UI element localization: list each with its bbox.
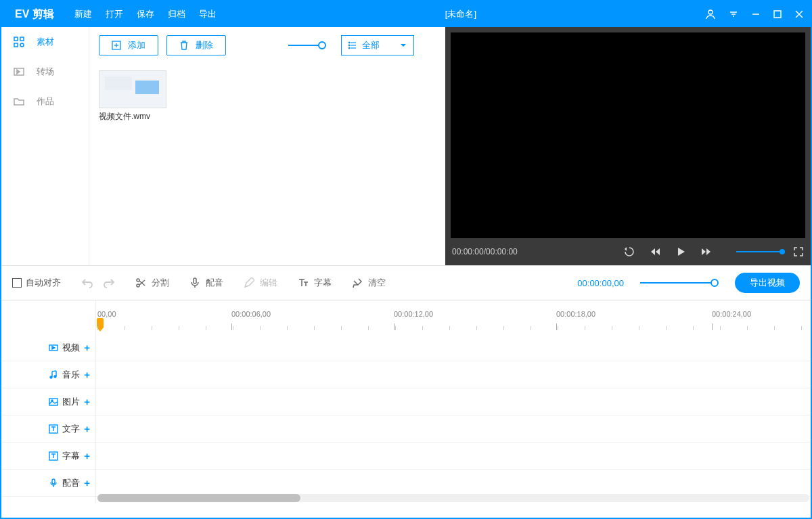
play-icon[interactable] [675,246,686,257]
track-subtitle: 字幕 + [1,443,95,470]
forward-icon[interactable] [701,246,712,257]
track-row[interactable] [96,334,811,361]
media-thumbnail [99,70,166,108]
export-video-button[interactable]: 导出视频 [735,273,800,293]
ruler-tick: 00:00:24,00 [712,310,751,318]
preview-timecode: 00:00:00/00:00:00 [452,247,518,256]
svg-rect-23 [194,278,196,284]
timeline: 视频 + 音乐 + 图片 + 文字 + 字幕 + 配音 + [1,300,811,503]
track-music: 音乐 + [1,361,95,388]
svg-rect-5 [14,37,18,41]
track-area[interactable]: 00,00 00:00:06,00 00:00:12,00 00:00:18,0… [96,300,811,503]
content-area: 添加 删除 全部 视频文件.wmv [89,27,445,265]
add-track-button[interactable]: + [84,369,90,380]
menu-new[interactable]: 新建 [74,8,92,20]
track-image: 图片 + [1,388,95,415]
minimize-icon[interactable] [751,9,761,19]
sidebar-item-label: 作品 [37,95,54,108]
svg-line-21 [139,281,145,286]
rewind-icon[interactable] [650,246,660,257]
music-icon [49,370,58,380]
title-bar: EV 剪辑 新建 打开 保存 归档 导出 [未命名] [1,1,811,27]
svg-line-22 [139,280,145,285]
trash-icon [179,41,189,50]
folder-icon [14,96,24,107]
maximize-icon[interactable] [773,9,782,19]
grid-icon [14,37,24,47]
fullscreen-icon[interactable] [793,246,804,257]
add-track-button[interactable]: + [84,423,90,434]
ruler-tick: 00:00:12,00 [394,310,433,318]
edit-icon [244,277,254,288]
size-slider[interactable] [288,45,322,46]
main-area: 素材 转场 作品 添加 删除 全部 [1,27,811,265]
transition-icon [14,66,24,77]
add-button[interactable]: 添加 [99,35,158,55]
close-icon[interactable] [794,9,804,19]
track-dub: 配音 + [1,470,95,497]
content-toolbar: 添加 删除 全部 [99,35,436,55]
preview-viewport[interactable] [451,32,805,238]
image-icon [49,397,58,407]
text-icon [298,277,309,288]
chevron-down-icon [400,42,407,49]
mic-icon [49,478,58,488]
edit-button[interactable]: 编辑 [237,277,284,289]
main-menu: 新建 打开 保存 归档 导出 [74,8,217,20]
text-box-icon [49,424,58,434]
svg-point-19 [137,279,139,281]
undo-icon[interactable] [81,277,93,289]
add-track-button[interactable]: + [84,342,90,353]
preview-progress[interactable] [736,251,782,252]
subtitle-button[interactable]: 字幕 [291,277,338,289]
add-track-button[interactable]: + [84,477,90,489]
text-box-icon [49,451,58,461]
add-track-button[interactable]: + [84,396,90,407]
sidebar-item-works[interactable]: 作品 [1,87,89,116]
menu-archive[interactable]: 归档 [168,8,185,20]
clear-button[interactable]: 清空 [345,277,392,289]
menu-open[interactable]: 打开 [106,8,123,20]
broom-icon [352,277,363,288]
track-row[interactable] [96,388,811,415]
app-title: EV 剪辑 [15,7,54,22]
media-filename: 视频文件.wmv [99,111,166,122]
delete-button[interactable]: 删除 [166,35,226,55]
zoom-slider[interactable] [640,282,715,284]
split-button[interactable]: 分割 [129,277,176,289]
video-icon [49,343,58,353]
track-row[interactable] [96,361,811,388]
menu-export[interactable]: 导出 [199,8,217,20]
redo-icon[interactable] [103,277,115,289]
document-title: [未命名] [217,8,705,20]
timeline-toolbar: 自动对齐 分割 配音 编辑 字幕 清空 00:00:00,00 导出视频 [1,265,811,300]
svg-point-18 [348,47,350,49]
window-controls [705,9,804,20]
track-row[interactable] [96,470,811,497]
user-icon[interactable] [705,9,716,20]
sidebar-item-media[interactable]: 素材 [1,27,89,57]
dub-button[interactable]: 配音 [183,277,230,289]
sidebar-item-label: 转场 [37,66,54,78]
track-row[interactable] [96,443,811,470]
svg-rect-31 [52,479,55,484]
ruler-tick: 00:00:06,00 [231,310,271,318]
track-row[interactable] [96,415,811,443]
list-icon [348,41,357,49]
menu-save[interactable]: 保存 [137,8,154,20]
svg-point-16 [348,42,350,43]
horizontal-scrollbar[interactable] [97,494,809,502]
media-item[interactable]: 视频文件.wmv [99,70,166,122]
replay-icon[interactable] [624,246,635,257]
svg-point-25 [50,376,52,378]
filter-select[interactable]: 全部 [341,35,414,55]
sidebar-item-label: 素材 [37,36,54,48]
timeline-position: 00:00:00,00 [577,278,624,288]
auto-align-checkbox[interactable]: 自动对齐 [12,277,61,289]
sidebar-item-transition[interactable]: 转场 [1,57,89,87]
add-track-button[interactable]: + [84,450,90,461]
svg-rect-6 [20,37,24,41]
preview-panel: 00:00:00/00:00:00 [445,27,811,265]
menu-icon[interactable] [728,9,739,20]
time-ruler[interactable]: 00,00 00:00:06,00 00:00:12,00 00:00:18,0… [96,300,811,334]
